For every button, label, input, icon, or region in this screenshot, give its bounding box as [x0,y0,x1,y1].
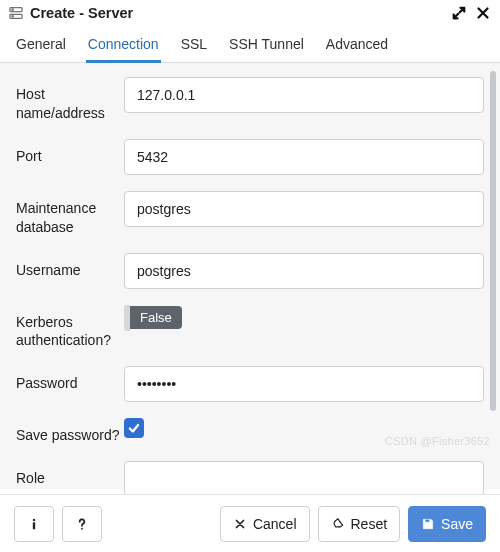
tab-ssl[interactable]: SSL [179,30,209,62]
tabs: General Connection SSL SSH Tunnel Advanc… [0,24,500,63]
cancel-button[interactable]: Cancel [220,506,310,542]
recycle-icon [331,517,345,531]
info-button[interactable] [14,506,54,542]
maint-db-label: Maintenance database [16,191,124,237]
save-password-label: Save password? [16,418,124,445]
save-button[interactable]: Save [408,506,486,542]
info-icon [27,517,41,531]
svg-point-3 [12,16,13,17]
save-password-checkbox[interactable] [124,418,144,438]
port-input[interactable] [124,139,484,175]
question-icon [75,517,89,531]
save-label: Save [441,516,473,532]
check-icon [127,421,141,435]
password-input[interactable] [124,366,484,402]
tab-general[interactable]: General [14,30,68,62]
role-input[interactable] [124,461,484,497]
save-icon [421,517,435,531]
tab-connection[interactable]: Connection [86,30,161,62]
role-label: Role [16,461,124,488]
svg-rect-5 [33,522,35,529]
expand-icon[interactable] [450,4,468,22]
username-label: Username [16,253,124,280]
password-label: Password [16,366,124,393]
form-area: Host name/address Port Maintenance datab… [0,63,500,489]
server-icon [8,5,24,21]
titlebar: Create - Server [0,0,500,24]
maint-db-input[interactable] [124,191,484,227]
username-input[interactable] [124,253,484,289]
tab-ssh-tunnel[interactable]: SSH Tunnel [227,30,306,62]
close-icon[interactable] [474,4,492,22]
scrollbar-thumb[interactable] [490,71,496,411]
window-title: Create - Server [30,5,444,21]
svg-point-6 [81,527,83,529]
help-button[interactable] [62,506,102,542]
svg-point-4 [33,518,35,520]
reset-button[interactable]: Reset [318,506,401,542]
kerberos-toggle[interactable]: False [124,305,182,331]
close-icon [233,517,247,531]
footer: Cancel Reset Save [0,494,500,552]
svg-point-2 [12,9,13,10]
port-label: Port [16,139,124,166]
host-input[interactable] [124,77,484,113]
kerberos-label: Kerberos authentication? [16,305,124,351]
host-label: Host name/address [16,77,124,123]
tab-advanced[interactable]: Advanced [324,30,390,62]
reset-label: Reset [351,516,388,532]
cancel-label: Cancel [253,516,297,532]
kerberos-value: False [130,306,182,329]
